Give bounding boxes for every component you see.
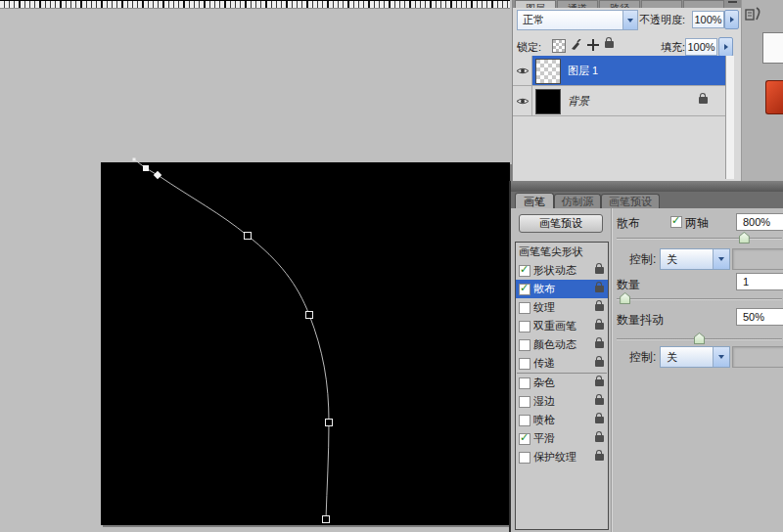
brush-option-保护纹理[interactable]: 保护纹理 (516, 448, 608, 466)
horizontal-ruler[interactable] (0, 0, 510, 9)
brush-option-散布[interactable]: 散布 (516, 280, 608, 298)
option-lock-icon[interactable] (595, 304, 604, 311)
chevron-down-icon[interactable] (622, 11, 637, 29)
tab-brush[interactable]: 画笔 (515, 193, 554, 209)
both-axes-label: 两轴 (685, 215, 709, 232)
layer-selection-highlight (532, 56, 725, 85)
path-anchor-point[interactable] (306, 312, 313, 319)
option-checkbox[interactable] (519, 284, 530, 295)
count-slider-track[interactable] (617, 298, 782, 300)
layers-panel-tab-路径[interactable]: 路径 (599, 0, 640, 8)
option-checkbox[interactable] (519, 339, 530, 351)
option-lock-icon[interactable] (595, 379, 604, 386)
scatter-slider-track[interactable] (617, 238, 782, 240)
layer-thumbnail[interactable] (535, 89, 561, 114)
layers-panel-tab-图层[interactable]: 图层 (515, 0, 556, 8)
lock-all-icon[interactable] (605, 41, 614, 48)
pen-path[interactable] (101, 162, 510, 525)
layers-panel-tab-unknown-3[interactable] (641, 0, 682, 8)
brush-option-传递[interactable]: 传递 (516, 354, 608, 373)
option-label: 纹理 (533, 300, 595, 315)
option-lock-icon[interactable] (595, 341, 604, 348)
layers-panel-tab-通道[interactable]: 通道 (557, 0, 598, 8)
layer-row-background[interactable]: 背景 (513, 86, 734, 116)
lock-position-move-icon[interactable] (587, 39, 599, 51)
tab-clone-source[interactable]: 仿制源 (554, 194, 601, 209)
scatter-slider-handle[interactable] (739, 232, 750, 244)
count-slider-handle[interactable] (620, 292, 630, 304)
tab-brush-presets[interactable]: 画笔预设 (601, 194, 660, 209)
option-checkbox[interactable] (519, 415, 530, 426)
count-jitter-value-input[interactable] (736, 308, 783, 326)
opacity-slider-button[interactable] (724, 10, 739, 29)
option-lock-icon[interactable] (595, 323, 604, 330)
control-select[interactable]: 关 (660, 248, 730, 270)
brush-option-双重画笔[interactable]: 双重画笔 (516, 317, 608, 335)
brush-option-纹理[interactable]: 纹理 (516, 298, 608, 317)
triangle-down (627, 19, 633, 22)
path-anchor-point[interactable] (245, 233, 252, 240)
layers-panel-tab-bar: 图层通道路径 (513, 0, 741, 8)
document-canvas[interactable] (101, 162, 510, 525)
eye-icon (516, 97, 530, 106)
scatter-value-input[interactable] (736, 213, 783, 231)
option-lock-icon[interactable] (595, 267, 604, 274)
triangle-down (718, 355, 724, 359)
fill-slider-button[interactable] (718, 37, 733, 57)
layer-row-layer-1[interactable]: 图层 1 (513, 56, 734, 86)
path-anchor-point[interactable] (133, 158, 136, 161)
lock-transparency-icon[interactable] (552, 39, 566, 53)
pen-path-curve[interactable] (134, 159, 329, 519)
brush-option-喷枪[interactable]: 喷枪 (516, 411, 608, 429)
option-lock-icon[interactable] (595, 435, 604, 442)
blend-mode-select[interactable]: 正常 (517, 10, 638, 30)
path-anchor-point[interactable] (154, 171, 161, 179)
path-anchor-point[interactable] (326, 420, 333, 426)
layer-visibility-cell[interactable] (513, 56, 532, 85)
option-lock-icon[interactable] (595, 454, 604, 461)
option-checkbox[interactable] (519, 433, 530, 445)
docked-panel-fragment[interactable] (762, 32, 783, 64)
option-lock-icon[interactable] (595, 286, 604, 292)
brush-presets-button[interactable]: 画笔预设 (519, 214, 603, 233)
layers-scrollbar[interactable] (725, 56, 734, 179)
brush-option-颜色动态[interactable]: 颜色动态 (516, 335, 608, 354)
layer-thumbnail[interactable] (535, 59, 561, 84)
option-lock-icon[interactable] (595, 417, 604, 423)
red-swatch-fragment[interactable] (765, 80, 783, 114)
path-anchor-point[interactable] (323, 516, 330, 523)
brush-option-画笔笔尖形状[interactable]: 画笔笔尖形状 (516, 243, 608, 261)
count-value-input[interactable] (736, 273, 783, 290)
option-lock-icon[interactable] (595, 360, 604, 367)
option-checkbox[interactable] (519, 452, 530, 464)
option-checkbox[interactable] (519, 377, 530, 389)
option-checkbox[interactable] (519, 396, 530, 408)
chevron-down-icon[interactable] (713, 249, 729, 269)
blend-mode-value: 正常 (518, 13, 622, 27)
path-anchor-point[interactable] (143, 165, 149, 171)
opacity-value[interactable]: 100% (692, 11, 724, 28)
option-checkbox[interactable] (519, 302, 530, 314)
count-jitter-slider-handle[interactable] (694, 332, 705, 344)
fill-label: 填充: (661, 40, 685, 55)
clone-source-panel-icon[interactable] (745, 6, 761, 22)
layer-visibility-cell[interactable] (513, 86, 532, 115)
option-checkbox[interactable] (519, 321, 530, 332)
option-lock-icon[interactable] (595, 398, 604, 405)
panel-menu-icon[interactable] (728, 1, 737, 8)
brush-option-杂色[interactable]: 杂色 (516, 374, 608, 392)
chevron-down-icon[interactable] (713, 347, 729, 367)
option-checkbox[interactable] (519, 265, 530, 277)
layer-name[interactable]: 背景 (568, 86, 589, 115)
count-jitter-label: 数量抖动 (617, 312, 664, 329)
layers-panel-tab-unknown-4[interactable] (683, 0, 724, 8)
both-axes-checkbox[interactable] (670, 216, 682, 228)
control2-select[interactable]: 关 (660, 346, 730, 368)
brush-option-平滑[interactable]: 平滑 (516, 429, 608, 448)
lock-paint-brush-icon[interactable] (570, 39, 581, 51)
fill-value[interactable]: 100% (685, 38, 717, 56)
option-checkbox[interactable] (519, 358, 530, 370)
layer-name[interactable]: 图层 1 (568, 56, 598, 85)
brush-option-湿边[interactable]: 湿边 (516, 392, 608, 411)
brush-option-形状动态[interactable]: 形状动态 (516, 261, 608, 280)
